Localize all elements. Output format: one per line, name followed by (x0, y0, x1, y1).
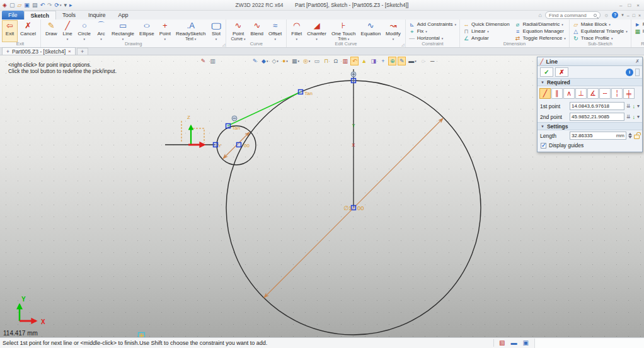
point-marker[interactable] (226, 124, 231, 128)
minimize-button[interactable]: – (619, 3, 622, 8)
menu-tab-file[interactable]: File (2, 11, 24, 20)
pick-point-icon[interactable]: ↓ (632, 114, 635, 120)
diameter-dim-suffix[interactable]: 00 (357, 205, 364, 211)
ribbon-item-add-constraints[interactable]: ⊾Add Constraints▾ (408, 21, 457, 28)
gear-icon[interactable]: ☼ (604, 12, 609, 18)
first-point-input[interactable]: 14.0843,6.97618 (570, 102, 624, 110)
pick-dropdown-icon[interactable]: ▾ (637, 114, 640, 120)
display-guides-checkbox[interactable] (541, 143, 546, 149)
ribbon-item-fix[interactable]: ⌖Fix▾ (408, 28, 457, 35)
menu-tab-sketch[interactable]: Sketch (24, 11, 57, 20)
ribbon-item-radial-diametric[interactable]: ⌀Radial/Diametric▾ (514, 21, 567, 28)
doc-close-button[interactable]: × (638, 13, 641, 18)
document-tab[interactable]: + Part005.Z3 - [Sketch4] × (2, 47, 76, 55)
ribbon-item-ellipse[interactable]: ○Ellipse (137, 20, 157, 42)
ribbon-item-quick-dimension[interactable]: ↔Quick Dimension (462, 21, 510, 28)
active-line-preview[interactable] (227, 92, 301, 126)
point-marker[interactable] (237, 143, 241, 147)
point-marker[interactable] (352, 79, 356, 83)
print-icon[interactable]: ▤ (32, 1, 38, 9)
sketch-canvas[interactable]: <right-click> for point input options. C… (0, 55, 644, 337)
regen-icon[interactable]: ⟳▾ (54, 1, 61, 9)
second-point-input[interactable]: 45.9852,21.9085 (570, 113, 624, 121)
expand-options-icon[interactable]: ⇊ (626, 103, 631, 109)
save-icon[interactable]: ▣ (24, 1, 30, 9)
menu-tab-app[interactable]: App (112, 11, 135, 20)
cancel-button[interactable]: ✗ (555, 67, 568, 77)
display-monitor-icon[interactable]: ▬ (510, 340, 517, 346)
ribbon-item-make-block[interactable]: ▱Make Block▾ (572, 21, 629, 28)
home-icon[interactable]: ⌂ (539, 12, 542, 18)
output-window-icon[interactable]: ▣ (522, 340, 528, 346)
point-marker[interactable] (299, 90, 303, 94)
mode-vertical[interactable]: ╎ (611, 88, 623, 99)
ribbon-item-arc[interactable]: ⌒Arc▾ (93, 20, 109, 42)
close-button[interactable]: × (636, 3, 640, 8)
mode-parallel[interactable]: ∥ (551, 88, 563, 99)
ribbon-item-equilateral-triangle[interactable]: △Equilateral Triangle▾ (572, 28, 629, 35)
length-stepper[interactable] (628, 133, 632, 138)
diameter-dim-prefix[interactable]: ∅1 (343, 205, 352, 211)
ribbon-item-modify[interactable]: ↝Modify▾ (383, 20, 403, 42)
dialog-launcher-icon[interactable]: ◿ (401, 43, 405, 47)
constraint-badge[interactable] (351, 72, 356, 77)
mode-polyline[interactable]: ∧ (563, 88, 575, 99)
new-file-icon[interactable]: ▢ (9, 1, 15, 9)
ribbon-item-fillet[interactable]: ◠Fillet▾ (289, 20, 304, 42)
ribbon-item-circle[interactable]: ○Circle▾ (76, 20, 93, 42)
ok-button[interactable]: ✓ (540, 67, 553, 77)
line-dialog-close-icon[interactable]: ✗ (635, 59, 640, 64)
mode-2-points[interactable]: ╱ (539, 88, 551, 99)
ribbon-item-line[interactable]: ╱Line▾ (60, 20, 76, 42)
undo-icon[interactable]: ↶ (40, 1, 45, 9)
ribbon-item-blend[interactable]: ∿Blend (248, 20, 266, 42)
ribbon-item-reference[interactable]: ►Reference▾ (633, 21, 644, 28)
help-icon[interactable]: ? (612, 12, 618, 18)
ribbon-item-draw[interactable]: ✎Draw (43, 20, 60, 42)
doc-restore-button[interactable]: □ (633, 13, 635, 18)
mode-angle[interactable]: ∡ (587, 88, 599, 99)
line-dialog-titlebar[interactable]: ╱ Line ✗ (538, 57, 642, 66)
ribbon-item-offset[interactable]: ≈Offset▾ (266, 20, 284, 42)
info-button[interactable]: i (626, 69, 633, 76)
redo-icon[interactable]: ↷ (47, 1, 52, 9)
unlock-icon[interactable] (634, 135, 640, 139)
menu-tab-inquire[interactable]: Inquire (82, 11, 112, 20)
ribbon-item-exit[interactable]: ⇦Exit (2, 20, 18, 42)
expand-options-icon[interactable]: ⇊ (626, 114, 631, 120)
ribbon-item-rectangle[interactable]: ▭Rectangle▾ (109, 20, 137, 42)
ribbon-item-one-touch-trim[interactable]: ⊦One TouchTrim ▾ (329, 20, 359, 42)
ribbon-item-chamfer[interactable]: ◢Chamfer▾ (304, 20, 329, 42)
open-file-icon[interactable]: ▱ (17, 1, 21, 9)
app-logo-icon[interactable]: ◈ (3, 1, 7, 9)
document-tab-close-icon[interactable]: × (68, 48, 71, 54)
ribbon-item-point-curve[interactable]: ∿PointCurve ▾ (228, 20, 248, 42)
ribbon-item-cancel[interactable]: ✗Cancel (18, 20, 38, 42)
play-icon[interactable]: ▸ (69, 1, 72, 9)
doc-minimize-button[interactable]: – (627, 13, 630, 18)
mode-perpendicular[interactable]: ⊥ (575, 88, 587, 99)
find-command-box[interactable] (545, 11, 601, 19)
new-tab-button[interactable]: + (77, 48, 88, 55)
point-marker[interactable] (214, 143, 218, 147)
drawing-list-icon[interactable]: ▧ (499, 340, 505, 346)
dialog-launcher-icon[interactable]: ◿ (222, 43, 226, 47)
help-dropdown-icon[interactable]: ▾ (621, 13, 624, 18)
settings-section-header[interactable]: ▼ Settings (538, 122, 642, 130)
menu-tab-tools[interactable]: Tools (56, 11, 82, 20)
ribbon-item-image[interactable]: ▦Image (633, 28, 644, 35)
ribbon-item-readysketch-text[interactable]: .AReadySketchText ▾ (173, 20, 209, 42)
find-command-input[interactable] (549, 13, 592, 18)
mode-midpoint[interactable]: ╪ (623, 88, 635, 99)
constraint-badge[interactable] (232, 116, 237, 121)
ribbon-item-point[interactable]: +Point▾ (157, 20, 173, 42)
required-section-header[interactable]: ▼ Required (538, 78, 642, 86)
mode-horizontal[interactable]: ╌ (599, 88, 611, 99)
pick-dropdown-icon[interactable]: ▾ (637, 103, 640, 109)
customize-toolbar-icon[interactable]: ▾ (64, 1, 67, 9)
help-page-icon[interactable] (635, 69, 640, 76)
ribbon-item-equation-manager[interactable]: ≡Equation Manager (514, 28, 567, 35)
pick-point-icon[interactable]: ↓ (632, 103, 635, 109)
ribbon-item-slot[interactable]: ▢Slot▾ (208, 20, 224, 42)
ribbon-item-equation[interactable]: ∿Equation (359, 20, 384, 42)
